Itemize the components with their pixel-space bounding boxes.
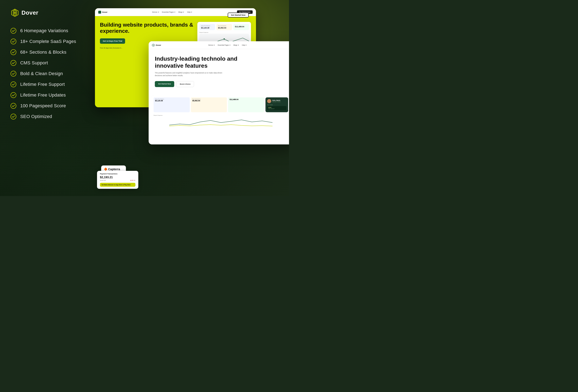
feature-text-f3: 68+ Sections & Blocks xyxy=(20,49,66,55)
sc1-stats-row: Salary Pro Advance $3,120.49 Pay Commiss… xyxy=(199,24,249,30)
feature-text-f5: Bold & Clean Design xyxy=(20,71,63,76)
sc2-db-chart: Report Expense xyxy=(151,113,289,128)
left-panel: Dover 6 Homepage Variations 18+ Complete… xyxy=(10,8,89,188)
capterra-arrow-icon xyxy=(104,168,107,171)
feature-item-f2: 18+ Complete SaaS Pages xyxy=(10,38,89,44)
svg-point-0 xyxy=(14,12,16,14)
svg-point-1 xyxy=(11,28,16,33)
svg-point-5 xyxy=(11,71,16,76)
check-icon-f7 xyxy=(10,92,16,98)
feature-text-f2: 18+ Complete SaaS Pages xyxy=(20,39,76,44)
sc2-nav-demos: Demos ∨ xyxy=(208,44,215,46)
bank-app-banner: Get Bank Aldouser on App Store & Play St… xyxy=(100,183,135,187)
svg-point-8 xyxy=(11,103,16,109)
payment-amount: $2,193.21 xyxy=(100,175,135,179)
check-icon-f9 xyxy=(10,113,16,120)
sc1-stat-2-label: Pay Commissions xyxy=(218,25,230,26)
sc1-stat-1-label: Salary Pro Advance xyxy=(201,25,213,26)
logo-text: Dover xyxy=(21,9,38,16)
sc2-user-name: Hello, Martin xyxy=(272,100,281,101)
payment-subtitle: Dover.All xyxy=(100,180,106,181)
sc1-nav-links: Demos ∨ Essential Pages ∨ Blogs ∨ Help ∨ xyxy=(112,11,233,13)
screenshot-2: Dover Demos ∨ Essential Pages ∨ Blogs ∨ … xyxy=(149,41,289,144)
svg-point-2 xyxy=(11,39,16,44)
sc1-stat-2-value: $5,992.94 xyxy=(218,27,230,29)
main-get-started-btn[interactable]: Get Started Now xyxy=(228,13,249,18)
right-panel: Dover Demos ∨ Essential Pages ∨ Blogs ∨ … xyxy=(95,8,279,188)
payment-card: Payment Transactions $2,193.21 Dover.All… xyxy=(97,171,138,189)
svg-point-9 xyxy=(11,114,16,119)
check-icon-f8 xyxy=(10,103,16,109)
feature-text-f8: 100 Pagespeed Score xyxy=(20,103,66,109)
sc2-nav-links: Demos ∨ Essential Pages ∨ Blogs ∨ Help ∨ xyxy=(165,44,289,46)
sc2-headline: Industry-leading technolo and innovative… xyxy=(155,55,254,69)
feature-text-f6: Lifetime Free Support xyxy=(20,82,65,87)
check-icon-f4 xyxy=(10,60,16,66)
check-icon-f2 xyxy=(10,38,16,44)
sc2-avatar xyxy=(267,99,271,103)
features-list: 6 Homepage Variations 18+ Complete SaaS … xyxy=(10,28,89,120)
check-icon-f1 xyxy=(10,28,16,34)
sc1-stat-3-value: $12,488.04 xyxy=(235,26,247,28)
sc2-subtext: The powerful features and insightful ana… xyxy=(155,72,229,77)
sc2-book-demo-btn[interactable]: Book A Demo xyxy=(176,81,194,87)
sc1-logo: Dover xyxy=(98,11,107,14)
capterra-logo: Capterra xyxy=(104,168,123,171)
svg-point-7 xyxy=(11,92,16,98)
sc2-hero: Industry-leading technolo and innovative… xyxy=(149,49,289,95)
sc2-nav: Dover Demos ∨ Essential Pages ∨ Blogs ∨ … xyxy=(149,41,289,49)
capterra-name: Capterra xyxy=(108,168,120,171)
feature-text-f7: Lifetime Free Updates xyxy=(20,92,66,98)
sc2-logo: Dover xyxy=(152,44,161,47)
feature-item-f8: 100 Pagespeed Score xyxy=(10,103,89,109)
check-icon-f3 xyxy=(10,49,16,55)
sc2-db-stat3: $12,488.04 xyxy=(228,97,264,112)
sc2-nav-essential: Essential Pages ∨ xyxy=(218,44,231,46)
sc1-logo-text: Dover xyxy=(102,11,107,13)
svg-point-10 xyxy=(224,38,225,40)
check-icon-f5 xyxy=(10,71,16,77)
sc1-stat-1: Salary Pro Advance $3,120.49 xyxy=(199,24,215,30)
payment-title: Payment Transactions xyxy=(100,173,135,175)
feature-item-f5: Bold & Clean Design xyxy=(10,71,89,77)
sc1-nav-demos: Demos ∨ xyxy=(152,11,159,13)
sc2-user-panel: Hello, Martin Aldouser in Action Your Ca… xyxy=(265,97,288,112)
dover-logo-icon xyxy=(10,8,19,17)
svg-point-4 xyxy=(11,60,16,66)
svg-point-6 xyxy=(11,82,16,87)
sc1-nav-blogs: Blogs ∨ xyxy=(178,11,184,13)
payment-amount2: $195.31 xyxy=(130,180,135,181)
feature-item-f6: Lifetime Free Support xyxy=(10,81,89,87)
sc1-cta-btn[interactable]: Get 14 Days Free Trial xyxy=(100,38,125,44)
feature-item-f1: 6 Homepage Variations xyxy=(10,28,89,34)
logo-area: Dover xyxy=(10,8,89,17)
feature-item-f7: Lifetime Free Updates xyxy=(10,92,89,98)
sc1-stat-2: Pay Commissions $5,992.94 xyxy=(216,24,232,30)
sc2-btns: Get Started Now Book A Demo xyxy=(155,81,287,87)
sc2-cards-label: Your Cards xyxy=(267,104,287,105)
sc2-inner-dashboard: Salary Pro Advance $3,120.49 Pay Commiss… xyxy=(151,95,289,128)
sc1-stat-1-value: $3,120.49 xyxy=(201,27,213,29)
content-wrapper: Dover 6 Homepage Variations 18+ Complete… xyxy=(0,0,289,196)
feature-text-f9: SEO Optimized xyxy=(20,114,52,119)
check-icon-f6 xyxy=(10,81,16,87)
feature-item-f4: CMS Support xyxy=(10,60,89,66)
sc1-stat-3: $12,488.04 xyxy=(233,24,249,30)
sc2-get-started-btn[interactable]: Get Started Now xyxy=(155,81,174,87)
sc2-nav-blogs: Blogs ∨ xyxy=(234,44,239,46)
sc2-nav-help: Help ∨ xyxy=(242,44,247,46)
sc2-db-stat1: Salary Pro Advance $3,120.49 xyxy=(154,97,190,112)
sc2-user-role: Aldouser in Action xyxy=(272,101,281,102)
sc2-logo-text: Dover xyxy=(156,44,161,46)
sc2-logo-icon xyxy=(152,44,155,47)
report-label: Report Expense xyxy=(199,32,249,33)
feature-text-f4: CMS Support xyxy=(20,60,48,66)
sc2-db-stats: Salary Pro Advance $3,120.49 Pay Commiss… xyxy=(151,95,289,113)
sc1-logo-icon xyxy=(98,11,101,14)
feature-item-f3: 68+ Sections & Blocks xyxy=(10,49,89,55)
svg-point-3 xyxy=(11,49,16,55)
sc2-card-zany: ZANY 1100 2901 97 xyxy=(267,106,287,110)
sc1-headline: Building website products, brands & expe… xyxy=(100,22,195,34)
sc1-nav-help: Help ∨ xyxy=(187,11,192,13)
svg-point-12 xyxy=(153,45,154,45)
